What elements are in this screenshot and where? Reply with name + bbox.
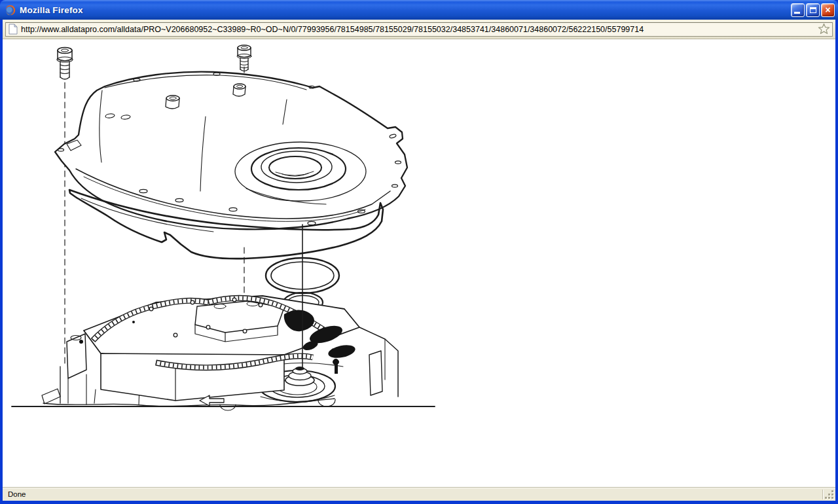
left-mounting-bolt <box>57 48 73 80</box>
maximize-icon <box>810 7 816 13</box>
minimize-icon <box>794 12 800 14</box>
resize-grip[interactable] <box>823 488 835 501</box>
page-content <box>3 39 835 487</box>
maximize-button[interactable] <box>806 3 820 17</box>
window-controls: × <box>791 3 835 17</box>
firefox-window: Mozilla Firefox × http://www.alldatapro.… <box>0 0 838 504</box>
accumulator-piston <box>285 367 314 386</box>
close-button[interactable]: × <box>821 3 835 17</box>
minimize-button[interactable] <box>791 3 805 17</box>
status-bar: Done <box>3 487 835 501</box>
bookmark-star-icon[interactable] <box>818 23 830 35</box>
window-body: http://www.alldatapro.com/alldata/PRO~V2… <box>3 20 835 501</box>
status-text: Done <box>8 490 26 498</box>
url-text: http://www.alldatapro.com/alldata/PRO~V2… <box>21 25 814 34</box>
window-title: Mozilla Firefox <box>20 5 83 15</box>
firefox-icon <box>5 5 16 16</box>
exploded-parts-diagram <box>4 39 449 452</box>
close-icon: × <box>825 5 830 14</box>
transaxle-side-cover <box>55 72 407 230</box>
url-bar[interactable]: http://www.alldatapro.com/alldata/PRO~V2… <box>5 22 833 37</box>
navigation-toolbar: http://www.alldatapro.com/alldata/PRO~V2… <box>3 20 835 39</box>
title-bar: Mozilla Firefox × <box>0 0 838 20</box>
page-document-icon <box>9 24 18 35</box>
